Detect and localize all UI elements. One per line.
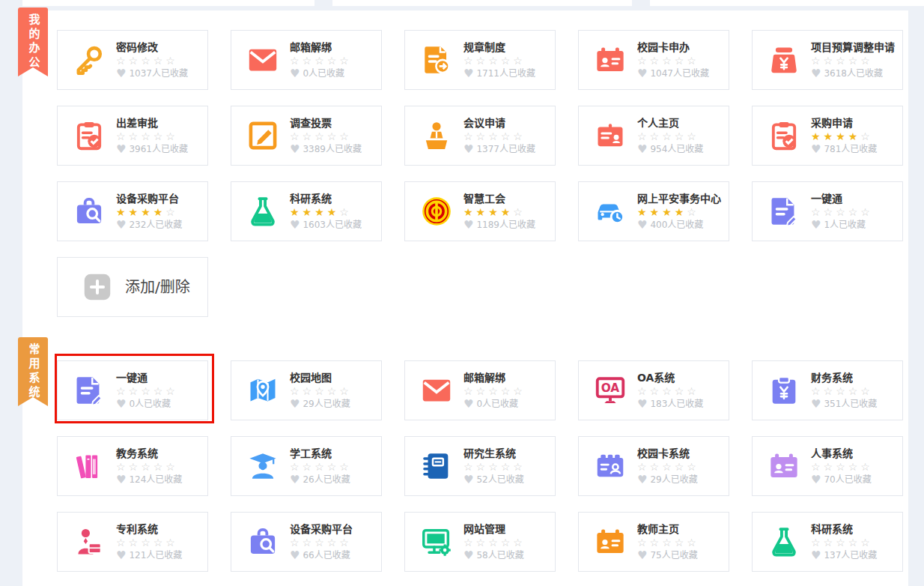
heart-icon: ♥ xyxy=(290,474,300,486)
star-empty-icon: ☆ xyxy=(339,206,352,218)
favorite-count-label: 26人已收藏 xyxy=(303,474,350,486)
favorite-count: ♥137人已收藏 xyxy=(811,549,877,561)
favorite-count: ♥121人已收藏 xyxy=(116,549,182,561)
favorite-count-label: 29人已收藏 xyxy=(650,474,697,486)
service-card[interactable]: 设备采购平台★★★★☆♥232人已收藏 xyxy=(57,181,208,241)
heart-icon: ♥ xyxy=(811,549,821,561)
service-card[interactable]: OAOA系统☆☆☆☆☆♥183人已收藏 xyxy=(578,360,729,420)
service-card[interactable]: 校园卡申办☆☆☆☆☆♥1047人已收藏 xyxy=(578,30,729,90)
service-card[interactable]: 会议申请☆☆☆☆☆♥1377人已收藏 xyxy=(404,106,556,166)
star-empty-icon: ☆ xyxy=(339,461,352,473)
star-empty-icon: ☆ xyxy=(476,55,489,67)
favorite-count-label: 3961人已收藏 xyxy=(129,143,188,155)
card-title: 教师主页 xyxy=(637,522,699,536)
star-empty-icon: ☆ xyxy=(501,385,514,397)
star-empty-icon: ☆ xyxy=(860,130,873,142)
star-empty-icon: ☆ xyxy=(314,130,327,142)
idcard-icon xyxy=(767,449,801,483)
service-card[interactable]: 邮箱解绑☆☆☆☆☆♥0人已收藏 xyxy=(404,360,556,420)
star-empty-icon: ☆ xyxy=(675,385,687,397)
favorite-count: ♥1037人已收藏 xyxy=(116,67,188,79)
favorite-count-label: 954人已收藏 xyxy=(650,143,703,155)
star-empty-icon: ☆ xyxy=(811,55,824,67)
favorite-count-label: 75人已收藏 xyxy=(650,549,697,561)
star-empty-icon: ☆ xyxy=(141,55,154,67)
heart-icon: ♥ xyxy=(811,474,821,486)
service-card[interactable]: 设备采购平台☆☆☆☆☆♥66人已收藏 xyxy=(231,512,382,572)
service-card[interactable]: 调查投票☆☆☆☆☆♥3389人已收藏 xyxy=(231,106,382,166)
favorite-count: ♥124人已收藏 xyxy=(116,474,182,486)
ribbon-my-office: 我的办公 xyxy=(18,7,48,76)
service-card[interactable]: 网上平安事务中心★★★★☆♥400人已收藏 xyxy=(578,181,729,241)
star-rating: ☆☆☆☆☆ xyxy=(637,385,703,398)
favorite-count: ♥52人已收藏 xyxy=(463,474,526,486)
service-card[interactable]: 网站管理☆☆☆☆☆♥58人已收藏 xyxy=(404,512,556,572)
service-card[interactable]: 研究生系统☆☆☆☆☆♥52人已收藏 xyxy=(404,436,556,496)
service-card[interactable]: 科研系统☆☆☆☆☆♥137人已收藏 xyxy=(752,512,903,572)
heart-icon: ♥ xyxy=(290,549,300,561)
idcard-icon xyxy=(593,525,627,559)
star-rating: ☆☆☆☆☆ xyxy=(811,55,895,67)
service-card[interactable]: 邮箱解绑☆☆☆☆☆♥0人已收藏 xyxy=(231,30,382,90)
star-empty-icon: ☆ xyxy=(463,55,476,67)
service-card[interactable]: 项目预算调整申请☆☆☆☆☆♥3618人已收藏 xyxy=(752,30,903,90)
favorite-count: ♥0人已收藏 xyxy=(116,398,178,410)
favorite-count-label: 1037人已收藏 xyxy=(129,67,188,79)
doc-arrow-icon xyxy=(419,43,454,77)
service-card[interactable]: 出差审批☆☆☆☆☆♥3961人已收藏 xyxy=(57,106,208,166)
service-card[interactable]: 一键通☆☆☆☆☆♥0人已收藏 xyxy=(57,360,208,420)
service-card[interactable]: 一键通☆☆☆☆☆♥1人已收藏 xyxy=(752,181,903,241)
heart-icon: ♥ xyxy=(463,143,473,155)
ribbon-my-office-label: 我的办公 xyxy=(28,13,39,76)
svg-text:OA: OA xyxy=(601,381,620,395)
service-card[interactable]: 科研系统★★★★☆♥1603人已收藏 xyxy=(231,181,382,241)
star-empty-icon: ☆ xyxy=(824,461,836,473)
favorite-count: ♥1377人已收藏 xyxy=(463,143,535,155)
star-empty-icon: ☆ xyxy=(141,130,154,142)
my-office-grid: 密码修改☆☆☆☆☆♥1037人已收藏邮箱解绑☆☆☆☆☆♥0人已收藏规章制度☆☆☆… xyxy=(57,10,908,317)
star-empty-icon: ☆ xyxy=(488,537,501,549)
idcard-icon xyxy=(593,43,627,77)
service-card[interactable]: 规章制度☆☆☆☆☆♥1711人已收藏 xyxy=(404,30,556,90)
service-card[interactable]: 校园地图☆☆☆☆☆♥29人已收藏 xyxy=(231,360,382,420)
star-rating: ☆☆☆☆☆ xyxy=(811,385,877,398)
star-rating: ☆☆☆☆☆ xyxy=(290,55,352,67)
add-remove-card[interactable]: 添加/删除 xyxy=(57,257,208,317)
star-empty-icon: ☆ xyxy=(513,537,526,549)
favorite-count-label: 232人已收藏 xyxy=(129,219,182,231)
star-empty-icon: ☆ xyxy=(327,461,340,473)
service-card[interactable]: 密码修改☆☆☆☆☆♥1037人已收藏 xyxy=(57,30,208,90)
service-card[interactable]: 人事系统☆☆☆☆☆♥70人已收藏 xyxy=(752,436,903,496)
heart-icon: ♥ xyxy=(811,67,821,79)
heart-icon: ♥ xyxy=(463,67,473,79)
star-empty-icon: ☆ xyxy=(476,461,489,473)
star-empty-icon: ☆ xyxy=(848,537,861,549)
star-filled-icon: ★ xyxy=(675,206,687,218)
star-rating: ☆☆☆☆☆ xyxy=(811,206,873,219)
star-empty-icon: ☆ xyxy=(662,537,675,549)
service-card[interactable]: 学工系统☆☆☆☆☆♥26人已收藏 xyxy=(231,436,382,496)
service-card[interactable]: 校园卡系统☆☆☆☆☆♥29人已收藏 xyxy=(578,436,729,496)
star-empty-icon: ☆ xyxy=(290,461,303,473)
service-card[interactable]: 专利系统☆☆☆☆☆♥121人已收藏 xyxy=(57,512,208,572)
card-title: 项目预算调整申请 xyxy=(811,40,895,54)
card-title: 一键通 xyxy=(116,371,178,384)
star-empty-icon: ☆ xyxy=(327,537,340,549)
star-rating: ☆☆☆☆☆ xyxy=(463,537,526,549)
flask-icon xyxy=(246,194,280,229)
service-card[interactable]: 财务系统☆☆☆☆☆♥351人已收藏 xyxy=(752,360,903,420)
star-empty-icon: ☆ xyxy=(501,461,514,473)
star-empty-icon: ☆ xyxy=(860,537,873,549)
favorite-count: ♥1711人已收藏 xyxy=(463,67,535,79)
star-filled-icon: ★ xyxy=(488,206,501,218)
service-card[interactable]: 教师主页☆☆☆☆☆♥75人已收藏 xyxy=(578,512,729,572)
favorite-count: ♥1603人已收藏 xyxy=(290,219,362,231)
service-card[interactable]: 个人主页☆☆☆☆☆♥954人已收藏 xyxy=(578,106,729,166)
service-card[interactable]: 智慧工会★★★★☆♥1189人已收藏 xyxy=(404,181,556,241)
service-card[interactable]: 教务系统☆☆☆☆☆♥124人已收藏 xyxy=(57,436,208,496)
star-empty-icon: ☆ xyxy=(811,461,824,473)
service-card[interactable]: 采购申请★★★★☆♥781人已收藏 xyxy=(752,106,903,166)
star-empty-icon: ☆ xyxy=(488,130,501,142)
star-rating: ☆☆☆☆☆ xyxy=(463,130,535,143)
star-empty-icon: ☆ xyxy=(290,385,303,397)
